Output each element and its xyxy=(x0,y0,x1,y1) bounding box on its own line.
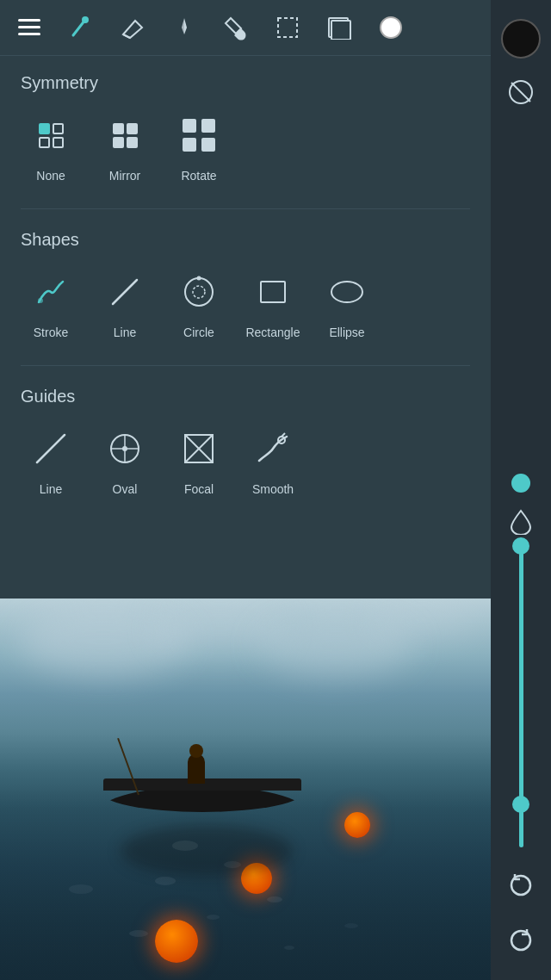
symmetry-rotate[interactable]: Rotate xyxy=(169,110,229,183)
guides-row: Line Oval Focal xyxy=(21,424,470,496)
slider-top-dot[interactable] xyxy=(511,474,530,493)
symmetry-none-icon xyxy=(26,110,76,160)
svg-rect-2 xyxy=(18,33,40,35)
svg-point-14 xyxy=(38,298,43,303)
divider-2 xyxy=(21,365,470,366)
svg-marker-6 xyxy=(182,18,184,34)
svg-line-32 xyxy=(511,83,530,102)
guide-oval[interactable]: Oval xyxy=(95,424,155,496)
svg-rect-10 xyxy=(183,119,196,133)
menu-button[interactable] xyxy=(14,12,45,43)
line-guide-icon xyxy=(26,424,76,474)
shape-line[interactable]: Line xyxy=(95,267,155,339)
symmetry-mirror-icon xyxy=(100,110,150,160)
focal-guide-icon xyxy=(174,424,224,474)
svg-rect-7 xyxy=(278,18,297,37)
svg-line-30 xyxy=(282,433,285,437)
divider-1 xyxy=(21,208,470,209)
undo-button[interactable] xyxy=(501,865,541,904)
circle-shape-icon xyxy=(174,267,224,317)
svg-point-18 xyxy=(197,276,201,281)
svg-rect-19 xyxy=(261,282,285,302)
svg-marker-5 xyxy=(184,18,187,34)
selection-button[interactable] xyxy=(272,12,303,43)
ellipse-shape-icon xyxy=(322,267,372,317)
layers-button[interactable] xyxy=(324,12,355,43)
symmetry-mirror[interactable]: Mirror xyxy=(95,110,155,183)
stroke-icon xyxy=(26,267,76,317)
smudge-button[interactable] xyxy=(169,12,200,43)
svg-point-25 xyxy=(122,446,127,451)
svg-line-21 xyxy=(37,435,65,462)
shape-stroke[interactable]: Stroke xyxy=(21,267,81,339)
brush-button[interactable] xyxy=(65,12,96,43)
right-sidebar xyxy=(491,0,551,980)
redo-button[interactable] xyxy=(501,920,541,959)
svg-line-4 xyxy=(123,34,130,38)
shapes-title: Shapes xyxy=(21,230,470,250)
shape-ellipse[interactable]: Ellipse xyxy=(317,267,377,339)
smooth-guide-icon xyxy=(248,424,298,474)
svg-rect-11 xyxy=(201,119,215,133)
svg-point-17 xyxy=(193,286,205,298)
shape-rectangle[interactable]: Rectangle xyxy=(243,267,303,339)
oval-guide-icon xyxy=(100,424,150,474)
svg-point-16 xyxy=(185,278,213,306)
line-shape-icon xyxy=(100,267,150,317)
color-button[interactable] xyxy=(375,12,406,43)
fill-button[interactable] xyxy=(220,12,251,43)
svg-rect-13 xyxy=(201,138,215,152)
svg-rect-1 xyxy=(18,26,40,28)
guide-focal[interactable]: Focal xyxy=(169,424,229,496)
water-icon xyxy=(509,510,533,534)
slider-lower-thumb[interactable] xyxy=(512,796,529,813)
svg-point-20 xyxy=(331,282,362,302)
shape-circle[interactable]: Circle xyxy=(169,267,229,339)
canvas-area[interactable] xyxy=(0,599,491,980)
symmetry-none[interactable]: None xyxy=(21,110,81,183)
svg-rect-0 xyxy=(18,19,40,22)
svg-rect-12 xyxy=(183,138,196,152)
eraser-button[interactable] xyxy=(117,12,148,43)
svg-point-3 xyxy=(82,16,89,23)
svg-line-15 xyxy=(113,280,137,304)
slider-upper-thumb[interactable] xyxy=(512,537,529,555)
guides-title: Guides xyxy=(21,387,470,406)
no-color-button[interactable] xyxy=(501,72,541,112)
symmetry-title: Symmetry xyxy=(21,73,470,93)
guide-line[interactable]: Line xyxy=(21,424,81,496)
main-panel: Symmetry None xyxy=(0,56,491,539)
svg-rect-9 xyxy=(331,21,350,40)
symmetry-row: None Mirror xyxy=(21,110,470,183)
rectangle-shape-icon xyxy=(248,267,298,317)
toolbar xyxy=(0,0,491,56)
color-selector[interactable] xyxy=(501,19,541,59)
shapes-row: Stroke Line Circle xyxy=(21,267,470,339)
symmetry-rotate-icon xyxy=(174,110,224,160)
painting-canvas[interactable] xyxy=(0,599,491,980)
guide-smooth[interactable]: Smooth xyxy=(243,424,303,496)
